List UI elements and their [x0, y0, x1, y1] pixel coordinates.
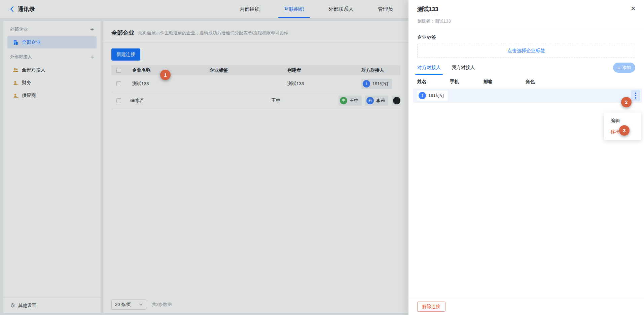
contact-name: 191钉钉 [428, 93, 444, 99]
enterprise-name: 测试133 [132, 81, 210, 87]
select-all-checkbox[interactable] [116, 68, 121, 73]
add-contact-button[interactable]: + 添加 [613, 63, 635, 73]
divider [408, 29, 644, 29]
sidebar-item-label: 财务 [22, 80, 31, 86]
add-enterprise-icon[interactable]: + [90, 26, 94, 33]
sidebar-section-label: 外部对接人 [10, 54, 32, 60]
sidebar-item-label: 全部企业 [22, 39, 41, 45]
drawer-creator: 创建者：测试133 [417, 18, 635, 24]
contact-row[interactable]: 1 191钉钉 [413, 89, 642, 103]
divider [103, 42, 408, 42]
sidebar: 外部企业 + 全部企业 外部对接人 + 全部对接人 财务 [3, 21, 101, 313]
other-settings[interactable]: 其他设置 [3, 298, 101, 313]
sidebar-item-label: 供应商 [22, 93, 36, 99]
total-count: 共2条数据 [152, 302, 172, 308]
disconnect-button[interactable]: 解除连接 [417, 302, 445, 312]
sidebar-item-label: 全部对接人 [22, 67, 45, 73]
more-actions-button[interactable] [631, 90, 640, 101]
add-contact-group-icon[interactable]: + [90, 54, 94, 60]
column-header-creator: 创建者 [287, 67, 361, 73]
section-title: 全部企业 [111, 29, 134, 37]
avatar: 莉 [366, 97, 374, 104]
enterprise-creator: 王中 [271, 98, 338, 104]
tab-external-contacts[interactable]: 外部联系人 [328, 0, 354, 18]
page-title: 通讯录 [18, 5, 35, 13]
other-settings-label: 其他设置 [18, 303, 36, 309]
main-panel: 全部企业 此页面展示你主动邀请的企业，邀请成功后给他们分配表单/流程权限即可协作… [103, 21, 408, 313]
table-row[interactable]: 66水产 王中 中 王中 莉 李莉 [111, 92, 400, 109]
tab-connected-org[interactable]: 互联组织 [284, 0, 304, 18]
step-badge-2: 2 [621, 97, 632, 107]
drawer-title: 测试133 [417, 5, 438, 15]
contact-chip-partial [392, 96, 400, 106]
tab-their-contacts[interactable]: 对方对接人 [417, 65, 441, 75]
tab-internal-org[interactable]: 内部组织 [240, 0, 260, 18]
add-label: 添加 [622, 65, 631, 71]
header-tabs: 内部组织 互联组织 外部联系人 管理员 [240, 0, 393, 18]
page-size-value: 20 条/页 [115, 302, 131, 308]
step-badge-1: 1 [160, 70, 171, 80]
column-header-role: 角色 [526, 79, 635, 85]
column-header-phone: 手机 [450, 79, 484, 85]
settings-ring-icon [10, 303, 15, 308]
avatar: 1 [363, 80, 370, 88]
chevron-down-icon [139, 304, 143, 306]
contact-chip: 莉 李莉 [365, 96, 388, 106]
avatar [393, 97, 400, 104]
table-row[interactable]: 测试133 测试133 1 191钉钉 [111, 75, 400, 92]
avatar: 中 [340, 97, 347, 104]
person-tag-icon [13, 80, 19, 86]
table-header-row: 企业名称 企业标签 创建者 对方对接人 [111, 65, 400, 75]
column-header-contacts: 对方对接人 [361, 67, 384, 73]
column-header-name: 企业名称 [132, 67, 210, 73]
contact-chip: 1 191钉钉 [361, 79, 392, 89]
step-badge-3: 3 [619, 125, 630, 136]
building-icon [13, 40, 19, 45]
sidebar-item-all-contacts[interactable]: 全部对接人 [7, 64, 97, 76]
sidebar-section-contacts: 外部对接人 + [3, 50, 101, 63]
detail-drawer: ✕ 测试133 创建者：测试133 企业标签 点击选择企业标签 对方对接人 我方… [408, 0, 644, 315]
menu-item-edit[interactable]: 编辑 [604, 115, 641, 126]
column-header-tag: 企业标签 [210, 67, 287, 73]
contact-name: 王中 [350, 98, 358, 104]
drawer-footer: 解除连接 [408, 298, 644, 315]
chevron-left-icon [10, 6, 14, 12]
pagination: 20 条/页 共2条数据 [111, 300, 172, 310]
contact-chip: 1 191钉钉 [417, 91, 448, 101]
enterprise-creator: 测试133 [287, 81, 361, 87]
plus-icon: + [617, 65, 620, 70]
enterprise-table: 企业名称 企业标签 创建者 对方对接人 测试133 测试133 1 191钉钉 [111, 65, 400, 109]
sidebar-item-finance[interactable]: 财务 [7, 77, 97, 89]
tag-section-label: 企业标签 [417, 34, 635, 40]
sidebar-item-supplier[interactable]: 供应商 [7, 90, 97, 102]
tab-admin[interactable]: 管理员 [378, 0, 393, 18]
sidebar-section-label: 外部企业 [10, 26, 28, 32]
select-enterprise-tag-button[interactable]: 点击选择企业标签 [417, 44, 635, 58]
page-size-select[interactable]: 20 条/页 [111, 300, 146, 310]
main-header: 全部企业 此页面展示你主动邀请的企业，邀请成功后给他们分配表单/流程权限即可协作 [103, 21, 408, 37]
avatar: 1 [419, 92, 426, 99]
contact-chips: 中 王中 莉 李莉 [338, 96, 400, 106]
contact-name: 191钉钉 [372, 81, 389, 87]
enterprise-name: 66水产 [130, 98, 201, 104]
sidebar-item-all-enterprises[interactable]: 全部企业 [7, 36, 97, 48]
row-checkbox[interactable] [116, 81, 121, 86]
sidebar-section-enterprise: 外部企业 + [3, 23, 101, 36]
row-checkbox[interactable] [116, 98, 121, 103]
contact-chip: 中 王中 [338, 96, 362, 106]
people-icon [13, 67, 19, 73]
column-header-name: 姓名 [417, 79, 450, 85]
contact-chips: 1 191钉钉 [361, 79, 395, 89]
column-header-email: 邮箱 [484, 79, 526, 85]
section-subtitle: 此页面展示你主动邀请的企业，邀请成功后给他们分配表单/流程权限即可协作 [138, 30, 288, 36]
app-screen: 通讯录 内部组织 互联组织 外部联系人 管理员 外部企业 + 全部企业 外部对接… [0, 0, 644, 315]
person-tag-icon [13, 93, 19, 99]
tab-our-contacts[interactable]: 我方对接人 [452, 65, 475, 75]
contact-table-header: 姓名 手机 邮箱 角色 [417, 75, 635, 88]
contact-name: 李莉 [376, 98, 385, 104]
new-connection-button[interactable]: 新建连接 [111, 48, 140, 61]
back-button[interactable]: 通讯录 [10, 0, 35, 18]
drawer-tabs: 对方对接人 我方对接人 + 添加 [417, 65, 635, 75]
